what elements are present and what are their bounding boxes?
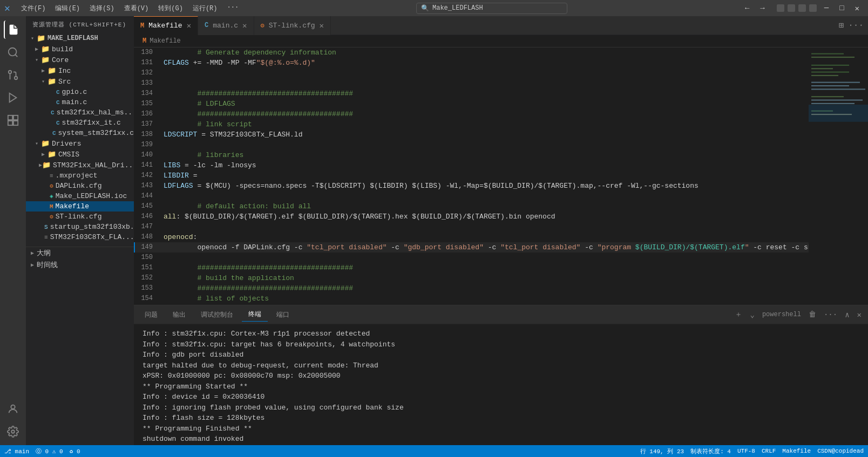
- panel-add-btn[interactable]: ＋: [733, 309, 744, 320]
- svg-rect-24: [811, 103, 855, 104]
- build-folder-icon: 📁: [41, 45, 50, 53]
- status-language[interactable]: Makefile: [782, 448, 811, 454]
- tree-item-system[interactable]: ▶ C system_stm32f1xx.c: [26, 128, 134, 138]
- editor-body: 130 # Generate dependency information 13…: [134, 47, 868, 305]
- menu-view[interactable]: 查看(V): [120, 3, 153, 14]
- tree-item-daplink[interactable]: ▶ ⚙ DAPLink.cfg: [26, 181, 134, 191]
- menu-run[interactable]: 运行(R): [188, 3, 222, 14]
- menu-select[interactable]: 选择(S): [85, 3, 119, 14]
- activity-bar: [0, 16, 26, 445]
- code-area[interactable]: 130 # Generate dependency information 13…: [134, 47, 809, 305]
- main-label: main.c: [62, 98, 87, 106]
- tree-item-hal-ms[interactable]: ▶ C stm32f1xx_hal_ms...: [26, 107, 134, 118]
- layout-icon-4: [809, 4, 817, 12]
- line-num-153: 153: [134, 283, 161, 294]
- menu-goto[interactable]: 转到(G): [154, 3, 187, 14]
- line-content-141: LIBS = -lc -lm -lnosys: [161, 160, 809, 170]
- activity-extensions[interactable]: [4, 111, 22, 129]
- tree-item-src[interactable]: ▾ 📁 Src: [26, 76, 134, 87]
- nav-back[interactable]: ←: [741, 3, 754, 13]
- main-file-icon: C: [56, 99, 60, 106]
- app-logo: ✕: [4, 2, 10, 14]
- menu-more[interactable]: ···: [223, 3, 243, 14]
- line-145: 145 # default action: build all: [134, 201, 809, 212]
- activity-run[interactable]: [4, 88, 22, 107]
- line-num-145: 145: [134, 201, 161, 212]
- panel-tab-problems[interactable]: 问题: [138, 308, 164, 322]
- tree-item-it[interactable]: ▶ C stm32f1xx_it.c: [26, 118, 134, 128]
- activity-source-control[interactable]: [4, 66, 22, 84]
- activity-settings[interactable]: [4, 422, 22, 441]
- panel-close-btn[interactable]: ✕: [855, 309, 864, 320]
- svg-rect-7: [13, 115, 18, 120]
- activity-files[interactable]: [4, 21, 22, 39]
- status-indent[interactable]: 制表符长度: 4: [690, 447, 731, 455]
- panel-more-btn[interactable]: ···: [822, 309, 839, 320]
- tree-item-gpio[interactable]: ▶ C gpio.c: [26, 87, 134, 97]
- editor-layout-icon[interactable]: ⊞: [839, 20, 844, 31]
- tab-makefile[interactable]: M Makefile ✕: [134, 16, 198, 35]
- tree-item-cmsis[interactable]: ▶ 📁 CMSIS: [26, 149, 134, 160]
- tree-item-startup[interactable]: ▶ S startup_stm32f103xb.s: [26, 222, 134, 232]
- status-errors[interactable]: ⓪ 0 ⚠ 0: [36, 447, 63, 455]
- menu-edit[interactable]: 编辑(E): [51, 3, 84, 14]
- status-position[interactable]: 行 149, 列 23: [640, 447, 684, 455]
- activity-search[interactable]: [4, 43, 22, 62]
- activity-account[interactable]: [4, 400, 22, 418]
- tree-item-inc[interactable]: ▶ 📁 Inc: [26, 65, 134, 76]
- it-file-icon: C: [56, 120, 60, 126]
- section-outline[interactable]: ▶ 大纲: [26, 247, 134, 259]
- svg-line-1: [15, 54, 17, 57]
- tree-item-mxproject[interactable]: ▶ ≡ .mxproject: [26, 170, 134, 181]
- win-maximize-btn[interactable]: □: [835, 3, 848, 13]
- line-content-153: #####################################: [161, 283, 809, 294]
- tree-item-makefile[interactable]: ▶ M Makefile: [26, 201, 134, 212]
- line-num-133: 133: [134, 78, 161, 88]
- line-content-145: # default action: build all: [161, 201, 809, 212]
- tree-root[interactable]: ▾ 📁 MAKE_LEDFLASH: [26, 33, 134, 44]
- tab-stlink[interactable]: ⚙ ST-link.cfg ✕: [254, 16, 331, 35]
- tab-makefile-close[interactable]: ✕: [187, 21, 191, 30]
- panel-dropdown-btn[interactable]: ⌄: [748, 309, 756, 320]
- core-folder-icon: 📁: [41, 56, 50, 64]
- win-minimize-btn[interactable]: ─: [820, 3, 833, 13]
- panel-trash-btn[interactable]: 🗑: [806, 309, 818, 320]
- core-label: Core: [52, 56, 69, 64]
- tree-item-build[interactable]: ▶ 📁 build: [26, 44, 134, 54]
- panel-collapse-btn[interactable]: ∧: [843, 309, 851, 320]
- terminal-content[interactable]: Info : stm32f1x.cpu: Cortex-M3 r1p1 proc…: [134, 324, 868, 445]
- tab-mainc-close[interactable]: ✕: [242, 21, 247, 30]
- tab-stlink-close[interactable]: ✕: [320, 21, 324, 30]
- panel-tab-ports[interactable]: 端口: [270, 308, 296, 322]
- editor-area: M Makefile ✕ C main.c ✕ ⚙ ST-link.cfg ✕ …: [134, 16, 868, 445]
- nav-forward[interactable]: →: [756, 3, 769, 13]
- tree-item-main[interactable]: ▶ C main.c: [26, 97, 134, 107]
- panel-tab-debug[interactable]: 调试控制台: [194, 308, 240, 322]
- menu-file[interactable]: 文件(F): [17, 3, 50, 14]
- panel-tab-terminal[interactable]: 终端: [242, 308, 268, 322]
- status-sync[interactable]: ♻ 0: [70, 448, 80, 455]
- tree-item-core[interactable]: ▾ 📁 Core: [26, 54, 134, 65]
- tree-item-stlink[interactable]: ▶ ⚙ ST-link.cfg: [26, 212, 134, 222]
- win-close-btn[interactable]: ✕: [851, 3, 864, 14]
- tree-item-hal-dri[interactable]: ▶ 📁 STM32F1xx_HAL_Dri...: [26, 160, 134, 170]
- panel-tab-output[interactable]: 输出: [166, 308, 192, 322]
- line-148: 148 openocd:: [134, 232, 809, 242]
- section-timeline[interactable]: ▶ 时间线: [26, 259, 134, 271]
- search-text[interactable]: Make_LEDFLASH: [432, 4, 483, 12]
- tree-item-drivers[interactable]: ▾ 📁 Drivers: [26, 138, 134, 149]
- tree-item-ldscript[interactable]: ▶ ≡ STM32F103C8Tx_FLA...: [26, 232, 134, 242]
- tab-bar: M Makefile ✕ C main.c ✕ ⚙ ST-link.cfg ✕ …: [134, 16, 868, 35]
- status-branch[interactable]: ⎇ main: [4, 448, 29, 455]
- gpio-label: gpio.c: [62, 88, 87, 96]
- inc-label: Inc: [58, 67, 71, 75]
- status-remote[interactable]: CSDN@copidead: [817, 448, 864, 454]
- svg-rect-6: [8, 115, 12, 120]
- tab-mainc[interactable]: C main.c ✕: [198, 16, 254, 35]
- status-encoding[interactable]: UTF-8: [737, 448, 755, 454]
- svg-rect-27: [809, 105, 868, 122]
- tree-item-ioc[interactable]: ▶ ◈ Make_LEDFLASH.ioc: [26, 191, 134, 201]
- editor-more-icon[interactable]: ···: [848, 21, 864, 30]
- svg-point-2: [15, 77, 18, 80]
- status-line-ending[interactable]: CRLF: [762, 448, 776, 454]
